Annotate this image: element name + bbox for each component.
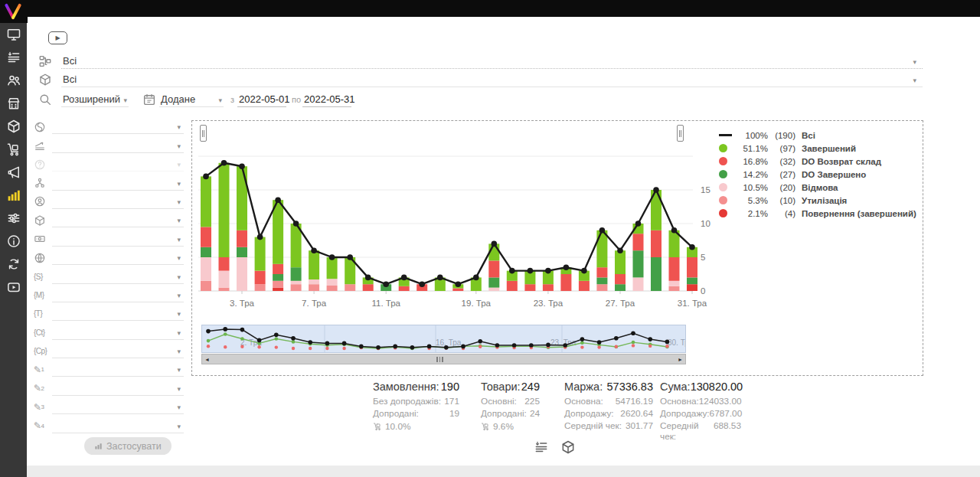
filter-row-pencil-1: ✎1▾ [34,358,184,377]
navigator-left-handle[interactable] [200,125,207,142]
chart-scrollbar[interactable]: ◄ ► [201,354,686,364]
filter-row-manager: ▾ [34,191,184,209]
partners-icon [6,256,21,272]
legend-label: Всі [802,131,815,140]
legend-count: (32) [768,157,795,166]
legend-percent: 100% [734,131,768,140]
filter-select-1[interactable]: ▾ [52,119,184,134]
sidebar-item-settings[interactable] [0,207,27,230]
sidebar-item-products[interactable] [0,115,27,138]
orders-list-icon [6,50,21,65]
analytics-chart-panel: 3. Тра7. Тра11. Тра19. Тра23. Тра27. Тра… [191,120,923,376]
filter-select-6[interactable]: ▾ [52,213,184,227]
pencil-2-icon: ✎2 [34,381,52,396]
chevron-down-icon: ▾ [177,254,181,262]
stat-row: Основні:225 [481,396,540,408]
search-mode-select[interactable]: ▾ [61,93,129,107]
filter-row-brace-t: {T}▾ [34,302,184,321]
stat-column-1: Замовлення:190Без допродажів:171Допродан… [373,381,459,433]
chevron-down-icon: ▾ [177,217,181,224]
sidebar-item-marketing[interactable] [0,161,27,184]
stat-row-label: Допродані: [373,408,419,420]
filter-select-17[interactable]: ▾ [52,419,184,433]
legend-label: DO Возврат склад [802,157,881,166]
chevron-down-icon: ▾ [177,310,181,318]
sidebar-item-cart[interactable] [0,138,27,161]
status-filter-select[interactable]: ▾ [61,55,923,69]
org-tree-icon [34,176,52,191]
scroll-right-icon[interactable]: ► [678,355,683,364]
chevron-down-icon: ▾ [177,366,181,374]
stat-row-value: 24 [530,408,540,420]
stat-row-value: 225 [524,396,540,408]
sidebar-item-orders-list[interactable] [0,46,27,69]
filter-select-7[interactable]: ▾ [52,232,184,247]
legend-count: (190) [768,131,795,140]
chart-legend: 100%(190)Всі51.1%(97)Завершений16.8%(32)… [719,129,916,220]
filter-select-12[interactable]: ▾ [52,325,184,340]
legend-percent: 51.1% [734,144,768,153]
legend-dot-swatch [719,170,727,178]
filter-select-8[interactable]: ▾ [52,250,184,265]
sidebar-item-analytics[interactable] [0,184,27,207]
footer-strip [27,466,980,477]
scrollbar-grip[interactable] [436,357,443,362]
info-icon [6,234,21,249]
chart-range-navigator[interactable]: 2. Тра16. Тра23. Тра30. Тра [201,325,686,353]
chevron-down-icon: ▾ [177,385,181,393]
filter-select-5[interactable]: ▾ [52,194,184,209]
navigator-right-handle[interactable] [677,125,684,142]
filter-select-14[interactable]: ▾ [52,362,184,377]
tutorial-play-button[interactable]: ▶ [48,31,67,44]
filter-select-11[interactable]: ▾ [52,306,184,321]
sidebar-item-store[interactable] [0,92,27,115]
search-icon [38,93,52,106]
stat-row-value: 19 [449,408,459,420]
filter-select-13[interactable]: ▾ [52,344,184,358]
stat-row: Допродажу:6787.00 [660,408,741,420]
view-toggle-package[interactable] [560,439,576,455]
filter-select-10[interactable]: ▾ [52,288,184,302]
app-logo[interactable] [0,0,28,23]
legend-item[interactable]: 51.1%(97)Завершений [719,142,916,155]
legend-item[interactable]: 2.1%(4)Повернення (завершений) [719,207,916,220]
legend-item[interactable]: 5.3%(10)Утилізація [719,194,916,207]
sidebar-item-clients[interactable] [0,69,27,92]
filter-select-16[interactable]: ▾ [52,400,184,414]
filter-row-brace-s: {S}▾ [34,265,184,283]
stat-row-value: 171 [444,396,459,408]
legend-item[interactable]: 100%(190)Всі [719,129,916,142]
view-toggle-orders-list[interactable] [534,439,549,455]
legend-item[interactable]: 14.2%(27)DO Завершено [719,168,916,181]
sidebar-item-monitor[interactable] [0,23,27,46]
brace-cp-icon: {Cp} [34,344,52,358]
legend-item[interactable]: 16.8%(32)DO Возврат склад [719,155,916,168]
date-to-label: по [292,95,301,104]
sidebar-item-partners[interactable] [0,253,27,276]
settings-icon [6,211,21,226]
cart-icon [6,142,21,157]
date-to-input[interactable] [302,93,351,107]
legend-item[interactable]: 10.5%(20)Відмова [719,181,916,194]
stat-column-2: Товари:249Основні:225Допродані:249.6% [481,381,540,433]
stat-title-value: 249 [521,381,540,396]
sidebar-item-info[interactable] [0,230,27,253]
product-filter-select[interactable]: ▾ [61,74,923,87]
stat-upsell-share: 10.0% [373,420,459,433]
filter-select-9[interactable]: ▾ [52,270,184,284]
sidebar-item-video[interactable] [0,276,27,299]
scroll-left-icon[interactable]: ◄ [204,355,210,364]
legend-count: (27) [768,170,795,179]
date-from-input[interactable] [237,93,286,107]
stat-row: Основна:124033.00 [660,396,741,408]
apply-button[interactable]: Застосувати [84,437,172,455]
date-type-select[interactable]: ▾ [159,93,224,107]
clients-icon [6,73,21,88]
stat-title-value: 190 [441,381,459,396]
filter-select-2[interactable]: ▾ [52,139,184,153]
play-icon: ▶ [55,34,60,41]
filter-select-15[interactable]: ▾ [52,381,184,396]
filter-select-4[interactable]: ▾ [52,176,184,191]
view-toggles [534,439,576,455]
stat-title-label: Маржа: [564,381,603,396]
